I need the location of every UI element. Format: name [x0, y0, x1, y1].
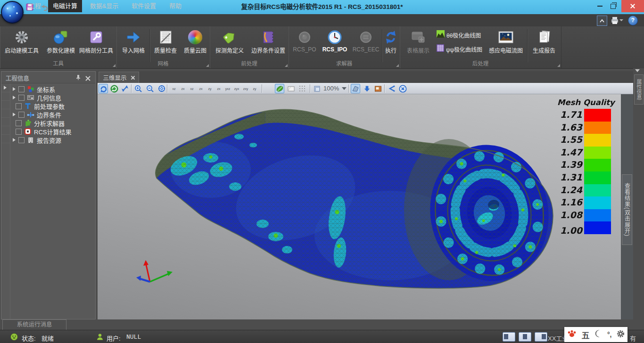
tree-checkbox[interactable]: [18, 137, 25, 143]
results-dock-strip: 查看结果(双击展开): [621, 94, 633, 319]
status-bar: 状态: 就绪 用户: NULL XX工业 有: [0, 330, 644, 343]
view-preset-icon[interactable]: zyx: [232, 84, 241, 93]
generate-report-button[interactable]: 生成报告: [529, 27, 559, 57]
close-circle-icon[interactable]: [398, 84, 407, 93]
rotate-tool-icon[interactable]: [99, 84, 108, 93]
view-preset-icon[interactable]: zy: [250, 84, 259, 93]
tree-item-boundary-conditions[interactable]: 边界条件: [10, 110, 61, 119]
ime-toolbar[interactable]: 五 °,: [564, 327, 627, 342]
ribbon-collapse-button[interactable]: [597, 16, 607, 26]
execute-button[interactable]: 执行: [383, 27, 399, 57]
quality-cloud-button[interactable]: 质量云图: [182, 27, 209, 57]
view-preset-icon[interactable]: zx: [214, 84, 223, 93]
quality-check-button[interactable]: 质量检查: [150, 27, 181, 57]
tree-checkbox[interactable]: [18, 86, 25, 92]
axis-tool-icon: [27, 111, 34, 118]
group-expander[interactable]: [396, 64, 399, 67]
tab-help[interactable]: 帮助: [164, 0, 187, 12]
ribbon-group-solver: RCS_PO RCS_IPO RCS_EEC 执行 求解器: [289, 26, 400, 68]
gutter-expand-arrow[interactable]: [4, 86, 7, 90]
share-arrow-icon[interactable]: [387, 84, 396, 93]
import-mesh-button[interactable]: 导入网格: [118, 27, 149, 57]
ime-mode-key[interactable]: 五: [582, 329, 590, 341]
zoom-in-icon[interactable]: [133, 84, 143, 93]
plane-icon[interactable]: [286, 84, 296, 93]
tab-close-icon[interactable]: [131, 75, 135, 80]
view-preset-icon[interactable]: yxz: [223, 84, 232, 93]
panel-close-icon[interactable]: [85, 74, 91, 83]
view-preset-icon[interactable]: xz: [169, 84, 179, 93]
tree-checkbox[interactable]: [18, 95, 25, 101]
meshing-tool-button[interactable]: 网格剖分工具: [77, 27, 115, 57]
view-preset-icon[interactable]: zx: [178, 84, 188, 93]
zoom-level-dropdown-icon[interactable]: [342, 87, 347, 90]
minimize-button[interactable]: [593, 0, 606, 12]
layout-right-button[interactable]: [535, 332, 547, 342]
grid-points-icon[interactable]: [297, 84, 307, 93]
help-icon[interactable]: ?: [628, 16, 638, 25]
group-expander[interactable]: [285, 64, 288, 67]
tab-project[interactable]: 工程: [23, 0, 47, 12]
status-label: 状态:: [22, 334, 36, 343]
tab-software-settings[interactable]: 软件设置: [126, 0, 161, 12]
window-capture-icon[interactable]: [373, 84, 383, 93]
moon-icon[interactable]: [594, 329, 603, 340]
expander-arrow-icon[interactable]: [13, 87, 16, 91]
group-expander[interactable]: [113, 64, 116, 67]
restore-button[interactable]: [606, 0, 619, 12]
tree-item-geometry-info[interactable]: 几何信息: [10, 93, 61, 102]
close-button[interactable]: [621, 0, 644, 12]
view-preset-icon[interactable]: zx: [196, 84, 206, 93]
pin-icon[interactable]: [75, 74, 82, 82]
ime-logo-paw-icon[interactable]: [567, 328, 577, 341]
tree-item-preprocess-params[interactable]: 前处理参数: [16, 102, 65, 110]
view-results-tab[interactable]: 查看结果(双击展开): [622, 174, 632, 245]
layout-center-button[interactable]: [519, 332, 531, 342]
layout-left-button[interactable]: [503, 332, 515, 342]
print-style-button[interactable]: [610, 16, 624, 25]
group-expander[interactable]: [206, 64, 209, 67]
probe-angle-button[interactable]: 探测角定义: [212, 27, 248, 57]
rcs-po-button[interactable]: RCS_PO: [290, 27, 319, 57]
tree-checkbox[interactable]: [16, 120, 22, 126]
parametric-modeling-button[interactable]: 参数化建模: [42, 27, 79, 57]
table-display-button[interactable]: 表格展示: [402, 27, 435, 57]
view-preset-icon[interactable]: zy: [205, 84, 215, 93]
tab-data-display[interactable]: 数据&显示: [85, 0, 124, 12]
arrow-down-icon[interactable]: [362, 84, 372, 93]
scale-box-icon[interactable]: [313, 84, 322, 93]
group-expander[interactable]: [557, 64, 560, 67]
tree-item-analysis-solver[interactable]: 分析求解器: [16, 119, 65, 127]
induction-current-map-button[interactable]: 感应电磁流图: [487, 27, 525, 57]
zoom-out-icon[interactable]: [145, 84, 155, 93]
tab-3d-display[interactable]: 三维显示: [99, 72, 139, 83]
rcs-eec-button[interactable]: RCS_EEC: [351, 27, 381, 57]
launch-modeling-tool-button[interactable]: 启动建模工具: [3, 27, 41, 57]
tree-checkbox[interactable]: [16, 129, 22, 135]
expander-arrow-icon[interactable]: [13, 138, 16, 142]
zoom-fit-icon[interactable]: [157, 84, 166, 93]
expander-arrow-icon[interactable]: [13, 113, 16, 116]
ime-punctuation-key[interactable]: °,: [607, 331, 612, 338]
viewport-tab-strip: 三维显示: [98, 71, 633, 83]
system-messages-tab[interactable]: 系统运行消息: [2, 319, 66, 330]
tree-checkbox[interactable]: [16, 103, 22, 109]
pan-zoom-arrow-icon[interactable]: [120, 84, 130, 93]
view-preset-icon[interactable]: zxy: [241, 84, 250, 93]
tree-item-rcs-results[interactable]: RCS计算结果: [16, 127, 71, 136]
tree-item-report-resources[interactable]: 报告资源: [10, 136, 61, 144]
expander-arrow-icon[interactable]: [13, 96, 16, 99]
tab-em-compute[interactable]: 电磁计算: [48, 0, 82, 12]
shaded-leaf-icon[interactable]: [275, 84, 284, 93]
tree-checkbox[interactable]: [18, 112, 25, 118]
ime-settings-gear-icon[interactable]: [616, 329, 625, 340]
viewport-3d-canvas[interactable]: Mesh Quality 1.71 1.63 1.55 1.47 1.39 1.…: [98, 94, 621, 319]
rcs-ipo-button[interactable]: RCS_IPO: [320, 27, 350, 57]
properties-tab[interactable]: 属性信息: [634, 74, 644, 105]
boundary-condition-button[interactable]: 边界条件设置: [249, 27, 287, 57]
view-preset-icon[interactable]: xz: [187, 84, 197, 93]
orbit-tool-icon[interactable]: [109, 84, 119, 93]
polygon-select-icon[interactable]: [351, 84, 360, 93]
tree-item-coordinate-system[interactable]: 坐标系: [10, 85, 55, 93]
viewport-menu-arrow[interactable]: [635, 69, 640, 72]
